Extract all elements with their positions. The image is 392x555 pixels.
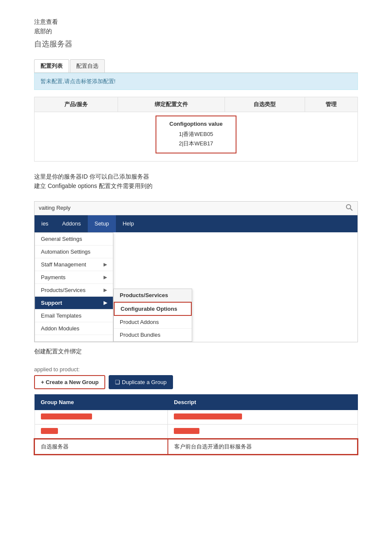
col-binding: 绑定配置文件 bbox=[118, 97, 225, 112]
group-desc-cell-3: 客户前台自选开通的目标服务器 bbox=[168, 439, 357, 454]
col-product: 产品/服务 bbox=[35, 97, 118, 112]
col-type: 自选类型 bbox=[225, 97, 305, 112]
tab-config-custom[interactable]: 配置自选 bbox=[70, 59, 105, 72]
menu-general-settings[interactable]: General Settings bbox=[35, 233, 113, 246]
setup-dropdown-menu: General Settings Automation Settings Sta… bbox=[35, 232, 113, 342]
group-name-cell-3: 自选服务器 bbox=[35, 439, 168, 454]
menu-payments[interactable]: Payments ▶ bbox=[35, 271, 113, 284]
bottom-section: applied to product: + Create a New Group… bbox=[34, 366, 358, 455]
nav-item-addons[interactable]: Addons bbox=[55, 215, 88, 232]
group-desc-cell-2 bbox=[168, 425, 357, 439]
sub-product-bundles[interactable]: Product Bundles bbox=[114, 329, 192, 341]
sub-configurable-options[interactable]: Configurable Options bbox=[114, 302, 192, 316]
create-new-group-button[interactable]: + Create a New Group bbox=[34, 375, 105, 389]
redacted-desc-short bbox=[174, 428, 199, 434]
bottom-note: 创建配置文件绑定 bbox=[34, 347, 358, 356]
duplicate-group-button[interactable]: ❑ Duplicate a Group bbox=[109, 375, 173, 389]
note-line4: 建立 Configable options 配置文件需要用到的 bbox=[34, 181, 358, 191]
staff-arrow-icon: ▶ bbox=[104, 262, 107, 267]
dropdown-area: General Settings Automation Settings Sta… bbox=[35, 232, 357, 342]
group-table: Group Name Descript bbox=[34, 394, 358, 455]
notes-below-table: 这里是你的服务器ID 你可以自己添加服务器 建立 Configable opti… bbox=[34, 172, 358, 191]
svg-point-0 bbox=[346, 205, 351, 209]
svg-line-1 bbox=[350, 208, 352, 211]
menu-email-templates[interactable]: Email Templates bbox=[35, 309, 113, 322]
menu-support[interactable]: Support ▶ bbox=[35, 297, 113, 309]
nav-item-help[interactable]: Help bbox=[116, 215, 141, 232]
config-item-2: 2|日本WEB17 bbox=[162, 139, 230, 148]
group-col-name: Group Name bbox=[35, 395, 168, 410]
products-sub-dropdown: Products/Services Configurable Options P… bbox=[113, 289, 192, 342]
section-title: 自选服务器 bbox=[34, 39, 358, 49]
group-name-cell-2 bbox=[35, 425, 168, 439]
group-name-cell bbox=[35, 410, 168, 425]
sub-product-addons[interactable]: Product Addons bbox=[114, 316, 192, 329]
redacted-bar-short bbox=[41, 428, 58, 434]
nav-bar: ies Addons Setup Help bbox=[35, 215, 357, 232]
note-line1: 注意查看 bbox=[34, 17, 358, 26]
redacted-bar-long bbox=[41, 413, 92, 419]
menu-products-services[interactable]: Products/Services ▶ bbox=[35, 284, 113, 297]
group-col-desc: Descript bbox=[168, 395, 357, 410]
config-box-title: Configoptions value bbox=[162, 121, 230, 127]
redacted-desc-long bbox=[174, 413, 242, 419]
table-row bbox=[35, 410, 357, 425]
config-item-1: 1|香港WEB05 bbox=[162, 130, 230, 139]
top-notes: 注意查看 底部的 自选服务器 bbox=[34, 17, 358, 49]
note-line2: 底部的 bbox=[34, 26, 358, 36]
col-manage: 管理 bbox=[305, 97, 357, 112]
applied-label: applied to product: bbox=[34, 366, 358, 373]
button-group: + Create a New Group ❑ Duplicate a Group bbox=[34, 375, 358, 389]
nav-screenshot-area: vaiting Reply ies Addons Setup Help bbox=[34, 201, 358, 342]
menu-addon-modules[interactable]: Addon Modules bbox=[35, 322, 113, 335]
table-row bbox=[35, 425, 357, 439]
alert-message: 暂未配置,请点击标签添加配置! bbox=[34, 73, 358, 90]
search-icon[interactable] bbox=[346, 204, 353, 213]
sub-products-header: Products/Services bbox=[114, 289, 192, 302]
payments-arrow-icon: ▶ bbox=[104, 275, 107, 280]
nav-item-setup[interactable]: Setup bbox=[88, 215, 116, 232]
waiting-reply-text: vaiting Reply bbox=[39, 204, 70, 213]
tab-config-list[interactable]: 配置列表 bbox=[34, 59, 69, 72]
support-arrow-icon: ▶ bbox=[104, 300, 107, 306]
page-container: 注意查看 底部的 自选服务器 配置列表 配置自选 暂未配置,请点击标签添加配置!… bbox=[0, 0, 392, 472]
config-value-box: Configoptions value 1|香港WEB05 2|日本WEB17 bbox=[156, 116, 236, 153]
config-table: 产品/服务 绑定配置文件 自选类型 管理 Configoptions value… bbox=[34, 97, 358, 162]
menu-automation-settings[interactable]: Automation Settings bbox=[35, 246, 113, 258]
tab-panel: 配置列表 配置自选 暂未配置,请点击标签添加配置! 产品/服务 绑定配置文件 自… bbox=[34, 59, 358, 162]
tab-bar: 配置列表 配置自选 bbox=[34, 59, 358, 73]
nav-item-ies[interactable]: ies bbox=[35, 215, 55, 232]
group-desc-cell bbox=[168, 410, 357, 425]
products-arrow-icon: ▶ bbox=[104, 287, 107, 293]
table-row: 自选服务器 客户前台自选开通的目标服务器 bbox=[35, 439, 357, 454]
note-line3: 这里是你的服务器ID 你可以自己添加服务器 bbox=[34, 172, 358, 181]
menu-staff-management[interactable]: Staff Management ▶ bbox=[35, 258, 113, 271]
